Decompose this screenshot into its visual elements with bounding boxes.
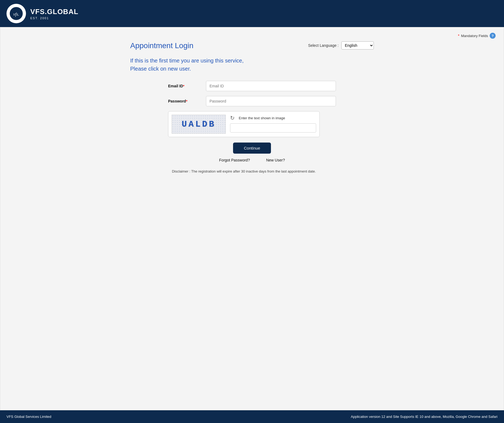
captcha-image: UALDB [172,115,226,134]
password-label: Password* [168,99,206,103]
logo-circle: vfs. [6,4,26,23]
brand-name: VFS.GLOBAL [30,8,78,16]
forgot-password-link[interactable]: Forgot Password? [219,158,250,162]
vfs-logo-icon: vfs. [9,7,23,20]
first-time-message: If this is the first time you are using … [130,57,374,73]
captcha-right: ↻ Enter the text shown in image [230,115,316,133]
help-icon[interactable]: ? [490,33,496,39]
email-input[interactable] [206,81,336,91]
footer-app-info: Application version 12 and Site Supports… [351,415,498,419]
brand-text: VFS.GLOBAL EST. 2001 [30,8,78,20]
continue-row: Continue [168,143,336,154]
password-required-star: * [186,99,187,103]
language-label: Select Language : [308,43,339,48]
page-footer: VFS Global Services Limited Application … [0,410,504,423]
captcha-container: UALDB ↻ Enter the text shown in image [168,111,320,137]
disclaimer-text: Disclaimer : The registration will expir… [168,169,320,174]
refresh-captcha-icon[interactable]: ↻ [230,115,237,121]
svg-text:vfs.: vfs. [13,12,19,17]
captcha-instruction: Enter the text shown in image [239,116,285,120]
top-row: Appointment Login Select Language : Engl… [130,41,374,50]
page-header: vfs. VFS.GLOBAL EST. 2001 [0,0,504,27]
language-select[interactable]: English French German Spanish [341,41,374,49]
new-user-link[interactable]: New User? [266,158,285,162]
brand-established: EST. 2001 [30,16,78,20]
language-selector: Select Language : English French German … [308,41,374,49]
email-label: Email ID* [168,84,206,88]
password-row: Password* [168,96,336,106]
links-row: Forgot Password? New User? [168,158,336,162]
continue-button[interactable]: Continue [233,143,271,154]
mandatory-asterisk: * [458,34,459,38]
mandatory-label: Mandatory Fields [461,34,488,38]
captcha-text: UALDB [182,119,216,129]
email-required-star: * [183,84,184,88]
password-input[interactable] [206,96,336,106]
content-area: Appointment Login Select Language : Engl… [130,41,374,174]
email-row: Email ID* [168,81,336,91]
page-title: Appointment Login [130,41,194,50]
footer-company: VFS Global Services Limited [6,415,51,419]
captcha-top-row: ↻ Enter the text shown in image [230,115,316,121]
captcha-input[interactable] [230,123,316,133]
main-content: * Mandatory Fields ? Appointment Login S… [0,27,504,410]
logo-container: vfs. VFS.GLOBAL EST. 2001 [6,4,78,23]
form-inner: Email ID* Password* UALDB [168,81,336,174]
mandatory-note: * Mandatory Fields ? [8,33,496,39]
form-wrapper: Email ID* Password* UALDB [130,81,374,174]
